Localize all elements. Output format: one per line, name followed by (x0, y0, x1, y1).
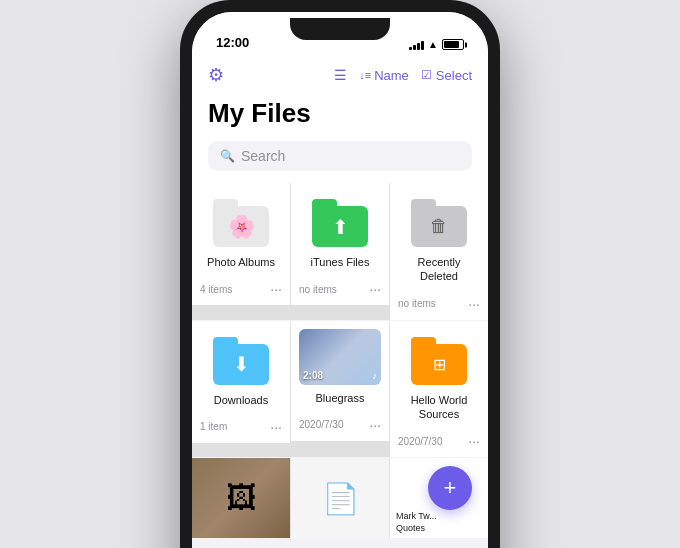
select-label: Select (436, 68, 472, 83)
folder-thumb-bluegrass: 2:08 ♪ (299, 329, 381, 385)
file-cell-downloads[interactable]: ⬇ Downloads 1 item ··· (192, 321, 290, 458)
thumb-note-icon: ♪ (372, 370, 377, 381)
thumb-duration: 2:08 (303, 370, 323, 381)
sort-arrow-icon: ↓≡ (359, 69, 371, 81)
file-meta-bluegrass: 2020/7/30 (299, 419, 344, 430)
folder-icon-photos: 🌸 (213, 199, 269, 247)
phone-frame: 12:00 ▲ ⚙ (180, 0, 500, 548)
page-title-container: My Files (192, 94, 488, 141)
file-cell-photo-albums[interactable]: 🌸 Photo Albums 4 items ··· (192, 183, 290, 320)
phone-screen: 12:00 ▲ ⚙ (192, 12, 488, 548)
files-grid-row1: 🌸 Photo Albums 4 items ··· (192, 183, 488, 320)
signal-icon (409, 40, 424, 50)
file-name-bluegrass: Bluegrass (316, 391, 365, 405)
files-scroll-area[interactable]: 🌸 Photo Albums 4 items ··· (192, 183, 488, 548)
more-btn-itunes[interactable]: ··· (369, 281, 381, 297)
status-icons: ▲ (409, 39, 464, 50)
file-name-hello-world: Hello World Sources (398, 393, 480, 422)
status-time: 12:00 (216, 35, 249, 50)
search-icon: 🔍 (220, 149, 235, 163)
search-bar[interactable]: 🔍 Search (208, 141, 472, 171)
sort-label: Name (374, 68, 409, 83)
file-name-downloads: Downloads (214, 393, 268, 407)
fab-add-button[interactable]: + (428, 466, 472, 510)
file-cell-bluegrass[interactable]: 2:08 ♪ Bluegrass 2020/7/30 ··· (291, 321, 389, 458)
files-grid-row2: ⬇ Downloads 1 item ··· (192, 321, 488, 458)
file-name-itunes: iTunes Files (311, 255, 370, 269)
app-content: ⚙ ☰ ↓≡ Name ☑ Select My Files (192, 56, 488, 548)
more-btn-hello-world[interactable]: ··· (468, 433, 480, 449)
file-cell-document[interactable]: 📄 (291, 458, 389, 538)
more-btn-recently-deleted[interactable]: ··· (468, 296, 480, 312)
file-meta-recently-deleted: no items (398, 298, 436, 309)
battery-icon (442, 39, 464, 50)
toolbar: ⚙ ☰ ↓≡ Name ☑ Select (192, 56, 488, 94)
more-btn-downloads[interactable]: ··· (270, 419, 282, 435)
file-cell-hello-world[interactable]: ⊞ Hello World Sources 2020/7/30 ··· (390, 321, 488, 458)
file-meta-itunes: no items (299, 284, 337, 295)
file-cell-itunes[interactable]: ⬆ iTunes Files no items ··· (291, 183, 389, 320)
list-icon[interactable]: ☰ (334, 67, 347, 83)
file-meta-downloads: 1 item (200, 421, 227, 432)
folder-icon-deleted: 🗑 (411, 199, 467, 247)
search-container: 🔍 Search (192, 141, 488, 183)
more-btn-bluegrass[interactable]: ··· (369, 417, 381, 433)
file-meta-photo-albums: 4 items (200, 284, 232, 295)
file-cell-recently-deleted[interactable]: 🗑 Recently Deleted no items ··· (390, 183, 488, 320)
checkbox-icon: ☑ (421, 68, 432, 82)
select-button[interactable]: ☑ Select (421, 68, 472, 83)
fab-plus-icon: + (444, 477, 457, 499)
file-name-mark-twain: Mark Tw...Quotes (396, 511, 437, 534)
folder-icon-itunes: ⬆ (312, 199, 368, 247)
sort-name-button[interactable]: ↓≡ Name (359, 68, 409, 83)
folder-icon-downloads: ⬇ (213, 337, 269, 385)
wifi-icon: ▲ (428, 39, 438, 50)
file-meta-hello-world: 2020/7/30 (398, 436, 443, 447)
painting-thumb: 🖼 (192, 458, 290, 538)
folder-icon-hello-world: ⊞ (411, 337, 467, 385)
more-btn-photo-albums[interactable]: ··· (270, 281, 282, 297)
file-cell-painting[interactable]: 🖼 (192, 458, 290, 538)
gear-icon[interactable]: ⚙ (208, 64, 224, 86)
page-title: My Files (208, 98, 311, 128)
search-placeholder: Search (241, 148, 285, 164)
document-thumb: 📄 (291, 458, 389, 538)
notch (290, 18, 390, 40)
file-name-photo-albums: Photo Albums (207, 255, 275, 269)
file-name-recently-deleted: Recently Deleted (398, 255, 480, 284)
